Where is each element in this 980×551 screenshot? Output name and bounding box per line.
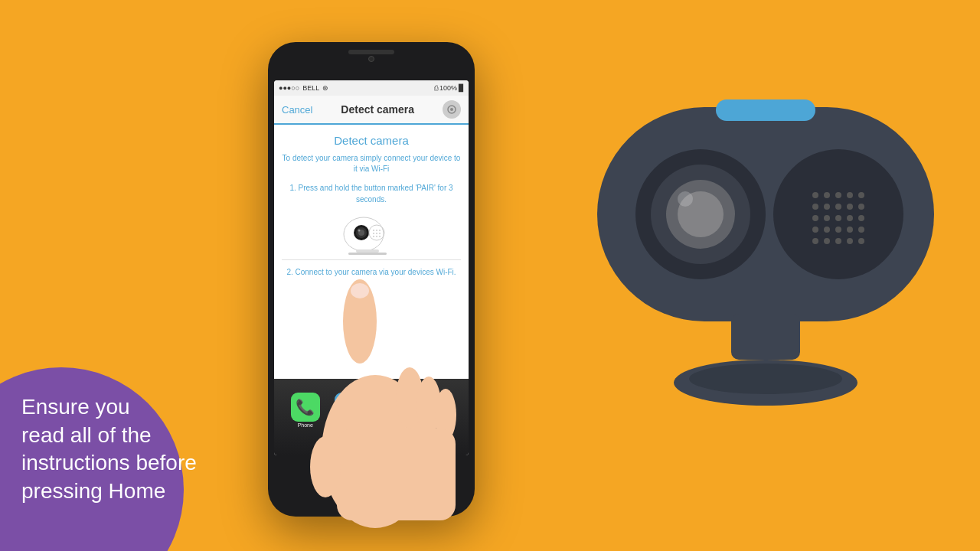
svg-point-1 xyxy=(450,108,453,111)
svg-point-48 xyxy=(824,215,830,221)
left-instruction-text: Ensure you read all of the instructions … xyxy=(21,393,197,505)
svg-rect-17 xyxy=(356,249,379,253)
nav-title: Detect camera xyxy=(341,103,414,116)
svg-point-57 xyxy=(812,238,818,244)
svg-point-43 xyxy=(824,204,830,210)
svg-point-16 xyxy=(379,236,381,237)
cancel-button[interactable]: Cancel xyxy=(282,104,312,116)
svg-rect-30 xyxy=(716,99,815,121)
svg-point-58 xyxy=(824,238,830,244)
svg-point-46 xyxy=(858,204,864,210)
svg-point-28 xyxy=(351,283,369,298)
svg-point-47 xyxy=(812,215,818,221)
svg-rect-26 xyxy=(337,429,456,520)
phone-front-camera xyxy=(368,56,374,62)
svg-point-53 xyxy=(824,227,830,233)
svg-point-27 xyxy=(310,436,341,497)
bluetooth-icon: ⎙ xyxy=(434,84,438,92)
svg-point-55 xyxy=(847,227,853,233)
svg-point-45 xyxy=(847,204,853,210)
detect-camera-subtitle: To detect your camera simply connect you… xyxy=(282,153,461,174)
svg-point-6 xyxy=(358,230,361,232)
svg-point-14 xyxy=(373,236,374,237)
camera-device-illustration xyxy=(582,61,949,444)
svg-point-60 xyxy=(847,238,853,244)
svg-point-44 xyxy=(835,204,841,210)
svg-point-64 xyxy=(689,364,842,394)
svg-point-42 xyxy=(812,204,818,210)
carrier-name: BELL xyxy=(302,84,319,92)
svg-point-54 xyxy=(835,227,841,233)
svg-point-51 xyxy=(858,215,864,221)
svg-point-36 xyxy=(773,149,903,279)
svg-point-52 xyxy=(812,227,818,233)
status-right: ⎙ 100% ▉ xyxy=(434,84,464,92)
content-area: Detect camera To detect your camera simp… xyxy=(274,125,469,293)
status-left: ●●●○○ BELL ⊛ xyxy=(279,84,328,92)
phone-speaker xyxy=(348,50,394,54)
svg-point-35 xyxy=(678,191,693,207)
svg-rect-62 xyxy=(731,314,800,360)
svg-point-11 xyxy=(373,233,374,234)
svg-point-9 xyxy=(376,230,377,231)
step-1-text: 1. Press and hold the button marked 'PAI… xyxy=(282,182,461,205)
settings-icon[interactable] xyxy=(443,100,461,119)
svg-point-37 xyxy=(812,192,818,198)
instruction-line1: Ensure you xyxy=(21,395,130,419)
svg-point-61 xyxy=(858,238,864,244)
svg-point-56 xyxy=(858,227,864,233)
instruction-line2: read all of the xyxy=(21,423,152,447)
svg-point-15 xyxy=(376,236,377,237)
svg-point-49 xyxy=(835,215,841,221)
camera-illustration xyxy=(341,211,402,253)
svg-point-59 xyxy=(835,238,841,244)
battery-percent: 100% xyxy=(439,84,457,92)
svg-point-39 xyxy=(835,192,841,198)
wifi-icon: ⊛ xyxy=(322,84,328,92)
svg-point-8 xyxy=(373,230,374,231)
detect-camera-title: Detect camera xyxy=(282,134,461,147)
svg-point-13 xyxy=(379,233,381,234)
status-bar: ●●●○○ BELL ⊛ ⎙ 100% ▉ xyxy=(274,80,469,96)
svg-point-10 xyxy=(379,230,381,231)
signal-dots: ●●●○○ xyxy=(279,84,299,92)
instruction-line4: pressing Home xyxy=(21,479,165,503)
svg-point-12 xyxy=(376,233,377,234)
svg-point-41 xyxy=(858,192,864,198)
svg-rect-18 xyxy=(348,253,387,255)
svg-point-40 xyxy=(847,192,853,198)
instruction-line3: instructions before xyxy=(21,451,197,474)
section-divider xyxy=(282,259,461,260)
nav-bar: Cancel Detect camera xyxy=(274,96,469,125)
svg-point-50 xyxy=(847,215,853,221)
svg-point-38 xyxy=(824,192,830,198)
battery-icon: ▉ xyxy=(459,84,464,92)
hand-illustration xyxy=(299,276,528,551)
